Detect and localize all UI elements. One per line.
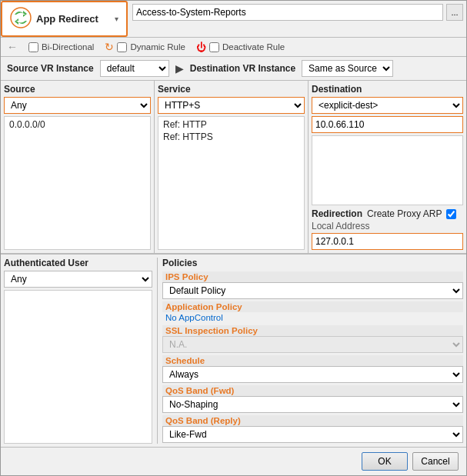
ssl-policy-label: SSL Inspection Policy — [162, 325, 463, 336]
schedule-select[interactable]: Always — [162, 366, 463, 383]
dynamic-rule-item: ↻ Dynamic Rule — [105, 41, 185, 53]
dialog-container: App Redirect ▾ ... ← Bi-Directional ↻ Dy… — [0, 0, 467, 476]
dest-vr-label: Destination VR Instance — [190, 63, 295, 74]
auth-user-select[interactable]: Any — [4, 271, 152, 288]
service-column: Service HTTP+S Ref: HTTP Ref: HTTPS — [155, 81, 309, 253]
refresh-icon: ↻ — [105, 41, 114, 53]
deactivate-rule-checkbox[interactable] — [209, 42, 219, 52]
ellipsis-button[interactable]: ... — [446, 4, 463, 21]
policies-label: Policies — [162, 258, 463, 268]
svg-point-0 — [11, 8, 31, 28]
source-column-label: Source — [4, 84, 151, 95]
dest-select[interactable]: <explicit-dest> — [312, 97, 463, 114]
dest-vr-select[interactable]: Same as Source — [302, 60, 393, 77]
ips-policy-label: IPS Policy — [162, 271, 463, 282]
dynamic-rule-checkbox[interactable] — [117, 42, 127, 52]
header-right-panel: ... — [128, 1, 466, 37]
proxy-arp-checkbox[interactable] — [446, 209, 456, 219]
local-address-label: Local Address — [312, 221, 463, 231]
bidirectional-checkbox[interactable] — [28, 42, 38, 52]
rule-name-input[interactable] — [132, 4, 443, 21]
back-icon[interactable]: ← — [7, 41, 18, 53]
schedule-row: Schedule Always — [162, 355, 463, 383]
ssl-policy-row: SSL Inspection Policy N.A. — [162, 325, 463, 353]
service-select[interactable]: HTTP+S — [158, 97, 305, 114]
name-row: ... — [132, 4, 463, 21]
auth-user-column: Authenticated User Any — [4, 258, 158, 444]
policies-column: Policies IPS Policy Default Policy Appli… — [162, 258, 463, 444]
ips-policy-select[interactable]: Default Policy — [162, 282, 463, 299]
source-vr-label: Source VR Instance — [7, 63, 94, 74]
list-item: Ref: HTTPS — [162, 131, 301, 143]
bidirectional-label: Bi-Directional — [42, 42, 94, 52]
service-listbox[interactable]: Ref: HTTP Ref: HTTPS — [158, 116, 305, 250]
qos-reply-row: QoS Band (Reply) Like-Fwd — [162, 415, 463, 443]
auth-user-listbox[interactable] — [4, 290, 152, 444]
source-vr-select[interactable]: default — [100, 60, 169, 77]
qos-reply-label: QoS Band (Reply) — [162, 415, 463, 426]
redirection-label: Redirection — [312, 208, 362, 219]
source-listbox[interactable]: 0.0.0.0/0 — [4, 116, 151, 250]
toolbar: ← Bi-Directional ↻ Dynamic Rule ⏻ Deacti… — [1, 38, 466, 57]
deactivate-rule-item: ⏻ Deactivate Rule — [196, 42, 285, 53]
vr-instance-row: Source VR Instance default ▶ Destination… — [1, 57, 466, 81]
source-column: Source Any 0.0.0.0/0 — [1, 81, 155, 253]
dest-ip-input[interactable] — [312, 116, 463, 133]
dynamic-rule-label: Dynamic Rule — [130, 42, 185, 52]
app-policy-link[interactable]: No AppControl — [162, 312, 463, 323]
dialog-header: App Redirect ▾ ... — [1, 1, 466, 38]
ips-policy-row: IPS Policy Default Policy — [162, 271, 463, 299]
app-redirect-icon — [10, 7, 32, 31]
qos-fwd-label: QoS Band (Fwd) — [162, 385, 463, 396]
app-policy-row: Application Policy No AppControl — [162, 301, 463, 323]
source-select[interactable]: Any — [4, 97, 151, 114]
dest-column-label: Destination — [312, 84, 463, 95]
bottom-section: Authenticated User Any Policies IPS Poli… — [1, 254, 466, 447]
main-content: Source Any 0.0.0.0/0 Service HTTP+S Ref:… — [1, 81, 466, 447]
local-address-input[interactable] — [312, 233, 463, 250]
three-column-section: Source Any 0.0.0.0/0 Service HTTP+S Ref:… — [1, 81, 466, 254]
dest-listbox[interactable] — [312, 135, 463, 205]
dialog-footer: OK Cancel — [1, 447, 466, 475]
ok-button[interactable]: OK — [362, 452, 408, 471]
vr-arrow-icon: ▶ — [175, 62, 184, 75]
deactivate-rule-label: Deactivate Rule — [222, 42, 285, 52]
auth-user-label: Authenticated User — [4, 258, 152, 268]
schedule-label: Schedule — [162, 355, 463, 366]
bidirectional-item: Bi-Directional — [28, 42, 94, 52]
redirection-row: Redirection Create Proxy ARP — [312, 208, 463, 219]
app-type-dropdown-icon: ▾ — [115, 15, 118, 23]
ssl-policy-select: N.A. — [162, 336, 463, 353]
cancel-button[interactable]: Cancel — [412, 452, 459, 471]
qos-fwd-select[interactable]: No-Shaping — [162, 396, 463, 413]
list-item: 0.0.0.0/0 — [8, 118, 147, 131]
list-item: Ref: HTTP — [162, 118, 301, 131]
power-icon: ⏻ — [196, 42, 206, 53]
app-type-selector[interactable]: App Redirect ▾ — [1, 1, 128, 37]
app-type-label: App Redirect — [36, 13, 110, 25]
qos-reply-select[interactable]: Like-Fwd — [162, 426, 463, 443]
service-column-label: Service — [158, 84, 305, 95]
proxy-arp-label: Create Proxy ARP — [367, 208, 442, 219]
app-policy-label: Application Policy — [162, 301, 463, 312]
destination-column: Destination <explicit-dest> Redirection … — [309, 81, 466, 253]
qos-fwd-row: QoS Band (Fwd) No-Shaping — [162, 385, 463, 413]
